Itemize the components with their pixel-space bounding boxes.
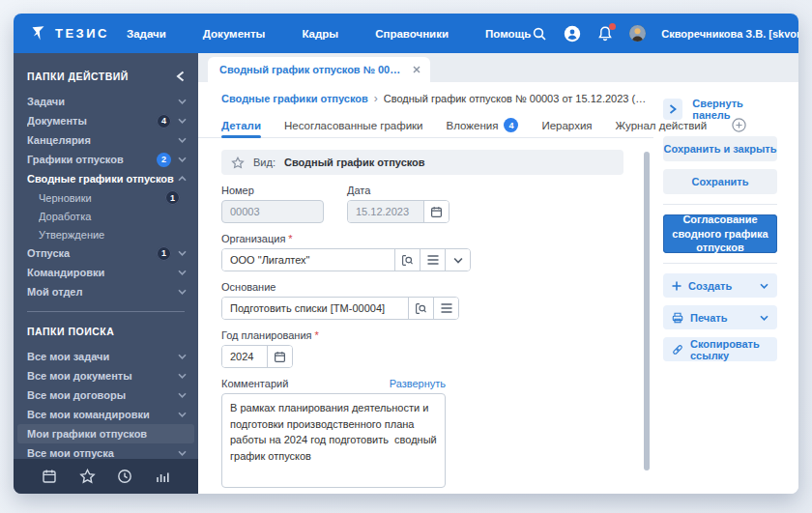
sidebar-collapse-icon[interactable]: [176, 71, 185, 82]
breadcrumb-parent-link[interactable]: Сводные графики отпусков: [221, 93, 368, 104]
sidebar-item-business-trips[interactable]: Командировки: [14, 263, 198, 282]
tab-attachments[interactable]: Вложения 4: [447, 113, 519, 137]
vertical-scrollbar[interactable]: [644, 152, 650, 470]
save-and-close-button[interactable]: Сохранить и закрыть: [663, 136, 777, 161]
kind-label: Вид:: [253, 157, 276, 168]
app-window: ТЕЗИС Задачи Документы Кадры Справочники…: [14, 14, 798, 494]
nav-hr[interactable]: Кадры: [302, 28, 338, 40]
notifications-bell-icon[interactable]: [596, 25, 614, 43]
main-area: Сводный график отпусков № 00003 от 15.12…: [198, 53, 798, 494]
date-field-group: Дата: [347, 175, 450, 223]
top-navigation: Задачи Документы Кадры Справочники Помощ…: [127, 28, 531, 40]
nav-documents[interactable]: Документы: [203, 28, 266, 40]
nav-tasks[interactable]: Задачи: [127, 28, 166, 40]
plus-icon: [672, 281, 682, 291]
link-icon: [672, 344, 683, 356]
basis-lookup-icon[interactable]: [408, 298, 433, 319]
comment-header-row: Комментарий Развернуть: [221, 378, 446, 389]
chevron-down-icon: [178, 373, 187, 379]
chevron-down-icon: [760, 283, 768, 289]
organization-dropdown-icon[interactable]: [445, 249, 470, 271]
sidebar-item-my-department[interactable]: Мой отдел: [14, 282, 198, 301]
sidebar-item-documents[interactable]: Документы 4: [14, 111, 198, 130]
chevron-down-icon: [178, 412, 187, 417]
documents-count-badge: 4: [157, 114, 171, 128]
sidebar-item-all-my-business-trips[interactable]: Все мои командировки: [14, 405, 198, 424]
sidebar-item-vacations[interactable]: Отпуска 1: [14, 243, 198, 263]
drafts-count-badge: 1: [165, 190, 180, 205]
printer-icon: [672, 312, 683, 324]
action-panel: Свернуть панель Сохранить и закрыть Сохр…: [653, 82, 798, 494]
chevron-down-icon: [178, 118, 187, 124]
date-input: [348, 201, 423, 222]
vacation-schedules-count-badge: 2: [157, 153, 171, 167]
sidebar-item-drafts[interactable]: Черновики 1: [14, 188, 198, 207]
sidebar-item-consolidated-schedules[interactable]: Сводные графики отпусков: [14, 169, 198, 188]
chevron-down-icon: [178, 157, 187, 162]
open-document-tab-title: Сводный график отпусков № 00003 от 15.12…: [219, 64, 403, 75]
action-folders-header: ПАПКИ ДЕЙСТВИЙ: [27, 71, 129, 82]
chevron-down-icon: [178, 354, 187, 359]
number-input: [221, 200, 324, 223]
user-avatar[interactable]: [629, 25, 646, 42]
app-logo[interactable]: ТЕЗИС: [14, 25, 109, 42]
chevron-down-icon: [178, 392, 187, 398]
sidebar-item-all-my-vacations[interactable]: Все мои отпуска: [14, 443, 198, 459]
sidebar-item-my-vacation-schedules[interactable]: Мои графики отпусков: [17, 424, 194, 443]
print-button[interactable]: Печать: [663, 305, 777, 329]
document-kind-bar: Вид: Сводный график отпусков: [221, 150, 624, 175]
tab-details[interactable]: Детали: [221, 113, 261, 137]
topbar-right: Скворечникова З.В. [skvorechnikova]: [531, 25, 798, 43]
sidebar-divider: [27, 311, 185, 312]
tab-unapproved-schedules[interactable]: Несогласованные графики: [284, 113, 423, 137]
sidebar-item-approval[interactable]: Утверждение: [14, 225, 198, 243]
organization-input[interactable]: [222, 249, 394, 271]
open-document-tab[interactable]: Сводный график отпусков № 00003 от 15.12…: [208, 57, 430, 82]
history-clock-icon[interactable]: [117, 469, 132, 484]
basis-list-icon[interactable]: [433, 298, 458, 319]
favorites-star-icon[interactable]: [79, 469, 96, 484]
notification-dot: [609, 23, 616, 30]
comment-expand-link[interactable]: Развернуть: [390, 378, 446, 389]
search-folders-header-row: ПАПКИ ПОИСКА: [14, 320, 198, 347]
favorite-star-icon[interactable]: [231, 157, 245, 169]
sidebar-item-all-my-contracts[interactable]: Все мои договоры: [14, 385, 198, 405]
panel-divider: [663, 204, 777, 205]
main-row: Сводные графики отпусков › Сводный графи…: [198, 82, 798, 494]
tab-hierarchy[interactable]: Иерархия: [541, 113, 592, 137]
sidebar-item-all-my-documents[interactable]: Все мои документы: [14, 366, 198, 385]
comment-label: Комментарий: [221, 378, 288, 389]
nav-help[interactable]: Помощь: [485, 28, 531, 40]
date-calendar-icon[interactable]: [423, 201, 449, 222]
assistant-icon[interactable]: [564, 25, 581, 43]
tab-action-log[interactable]: Журнал действий: [616, 113, 708, 137]
search-icon[interactable]: [531, 25, 548, 43]
copy-link-button[interactable]: Скопировать ссылку: [663, 337, 777, 361]
action-folders-header-row: ПАПКИ ДЕЙСТВИЙ: [14, 65, 198, 92]
planning-year-input[interactable]: [222, 346, 267, 367]
statistics-bars-icon[interactable]: [155, 469, 170, 484]
create-button[interactable]: Создать: [663, 273, 777, 298]
topbar: ТЕЗИС Задачи Документы Кадры Справочники…: [14, 14, 798, 53]
vacations-count-badge: 1: [157, 246, 171, 261]
tab-close-icon[interactable]: [413, 66, 420, 73]
comment-textarea[interactable]: В рамках планирования деятельности и под…: [221, 393, 446, 488]
sidebar-item-rework[interactable]: Доработка: [14, 207, 198, 225]
sidebar: ПАПКИ ДЕЙСТВИЙ Задачи Документы 4: [14, 53, 198, 494]
basis-input[interactable]: [222, 298, 408, 319]
organization-list-icon[interactable]: [420, 249, 445, 271]
organization-lookup-icon[interactable]: [394, 249, 420, 271]
calendar-icon[interactable]: [42, 469, 57, 484]
user-name[interactable]: Скворечникова З.В. [skvorechnikova]: [661, 28, 798, 40]
document-content: Сводные графики отпусков › Сводный графи…: [198, 82, 653, 494]
sidebar-item-chancery[interactable]: Канцелярия: [14, 130, 198, 150]
sidebar-item-all-my-tasks[interactable]: Все мои задачи: [14, 347, 198, 366]
sidebar-item-vacation-schedules[interactable]: Графики отпусков 2: [14, 150, 198, 169]
approve-consolidated-schedule-button[interactable]: Согласование сводного графика отпусков: [663, 214, 777, 253]
save-button[interactable]: Сохранить: [663, 169, 777, 194]
planning-year-calendar-icon[interactable]: [267, 346, 292, 367]
nav-directories[interactable]: Справочники: [375, 28, 449, 40]
details-form: Вид: Сводный график отпусков Номер Дата: [198, 138, 653, 494]
add-tab-icon[interactable]: [732, 118, 746, 132]
sidebar-item-tasks[interactable]: Задачи: [14, 92, 198, 111]
